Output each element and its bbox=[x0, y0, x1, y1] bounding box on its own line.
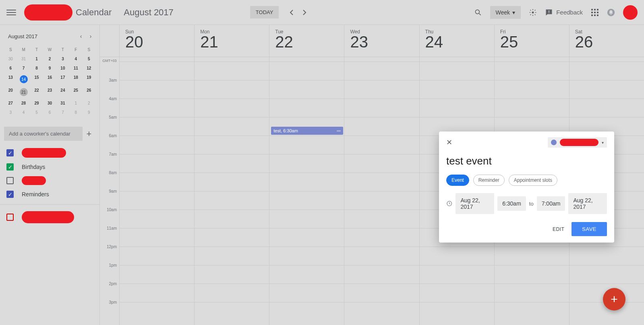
mini-day[interactable]: 10 bbox=[56, 64, 69, 73]
mini-day[interactable]: 17 bbox=[56, 73, 69, 86]
edit-button[interactable]: EDIT bbox=[553, 226, 564, 232]
mini-day[interactable]: 3 bbox=[4, 108, 17, 117]
mini-day[interactable]: 4 bbox=[17, 108, 30, 117]
mini-day[interactable]: 30 bbox=[4, 54, 17, 64]
today-button[interactable]: TODAY bbox=[250, 6, 279, 19]
day-number: 24 bbox=[425, 33, 494, 51]
calendar-name-redacted bbox=[22, 211, 74, 223]
mini-day[interactable]: 12 bbox=[83, 64, 95, 73]
drag-handle-icon[interactable] bbox=[337, 130, 341, 132]
day-column[interactable] bbox=[119, 57, 194, 325]
close-icon[interactable]: ✕ bbox=[446, 138, 456, 147]
mini-prev-button[interactable]: ‹ bbox=[76, 31, 86, 41]
day-header[interactable]: Thu24 bbox=[419, 25, 494, 57]
mini-day[interactable]: 15 bbox=[30, 73, 43, 86]
calendar-list-item[interactable]: ✓ Birthdays bbox=[4, 163, 95, 171]
mini-day[interactable]: 29 bbox=[30, 99, 43, 108]
chip-reminder[interactable]: Reminder bbox=[473, 175, 505, 186]
checkbox-icon[interactable] bbox=[6, 214, 14, 221]
next-week-button[interactable] bbox=[298, 6, 311, 19]
apps-icon[interactable] bbox=[587, 4, 603, 21]
mini-day[interactable]: 7 bbox=[17, 64, 30, 73]
mini-day[interactable]: 2 bbox=[43, 54, 56, 64]
checkbox-icon[interactable]: ✓ bbox=[6, 163, 14, 171]
mini-day[interactable]: 24 bbox=[56, 86, 69, 99]
start-date-field[interactable]: Aug 22, 2017 bbox=[456, 193, 494, 214]
day-header[interactable]: Sat26 bbox=[569, 25, 644, 57]
settings-icon[interactable] bbox=[525, 4, 541, 21]
mini-day[interactable]: 8 bbox=[69, 108, 82, 117]
mini-day[interactable]: 7 bbox=[56, 108, 69, 117]
calendar-list-item[interactable]: ✓ Reminders bbox=[4, 191, 95, 198]
chip-appointment-slots[interactable]: Appointment slots bbox=[509, 175, 557, 186]
mini-day[interactable]: 16 bbox=[43, 73, 56, 86]
mini-day[interactable]: 19 bbox=[83, 73, 95, 86]
save-button[interactable]: SAVE bbox=[572, 222, 607, 236]
clock-icon bbox=[446, 200, 452, 207]
mini-day[interactable]: 13 bbox=[4, 73, 17, 86]
start-time-field[interactable]: 6:30am bbox=[497, 196, 526, 211]
mini-day[interactable]: 6 bbox=[43, 108, 56, 117]
event-title-input[interactable] bbox=[446, 154, 607, 170]
calendar-list-item[interactable] bbox=[4, 211, 95, 223]
create-event-fab[interactable]: + bbox=[603, 288, 625, 311]
mini-day[interactable]: 5 bbox=[30, 108, 43, 117]
calendar-list-item[interactable] bbox=[4, 176, 95, 185]
day-header[interactable]: Mon21 bbox=[194, 25, 269, 57]
day-column[interactable] bbox=[194, 57, 269, 325]
mini-day[interactable]: 3 bbox=[56, 54, 69, 64]
checkbox-icon[interactable]: ✓ bbox=[6, 191, 14, 198]
mini-day[interactable]: 27 bbox=[4, 99, 17, 108]
feedback-button[interactable]: Feedback bbox=[545, 8, 583, 16]
day-header[interactable]: Sun20 bbox=[119, 25, 194, 57]
calendar-main: Sun20Mon21Tue22Wed23Thu24Fri25Sat26 GMT+… bbox=[100, 25, 644, 325]
mini-day[interactable]: 1 bbox=[30, 54, 43, 64]
mini-day[interactable]: 5 bbox=[83, 54, 95, 64]
end-time-field[interactable]: 7:00am bbox=[537, 196, 565, 211]
mini-day[interactable]: 9 bbox=[43, 64, 56, 73]
mini-day[interactable]: 25 bbox=[69, 86, 82, 99]
mini-day[interactable]: 1 bbox=[69, 99, 82, 108]
mini-day[interactable]: 8 bbox=[30, 64, 43, 73]
mini-next-button[interactable]: › bbox=[86, 31, 95, 41]
view-selector[interactable]: Week▾ bbox=[490, 6, 521, 19]
mini-day[interactable]: 31 bbox=[56, 99, 69, 108]
mini-day[interactable]: 23 bbox=[43, 86, 56, 99]
account-avatar[interactable] bbox=[623, 5, 638, 20]
mini-day[interactable]: 9 bbox=[83, 108, 95, 117]
mini-dow: S bbox=[4, 45, 17, 54]
checkbox-icon[interactable]: ✓ bbox=[6, 149, 14, 156]
mini-day[interactable]: 6 bbox=[4, 64, 17, 73]
menu-icon[interactable] bbox=[6, 8, 16, 17]
mini-day[interactable]: 20 bbox=[4, 86, 17, 99]
mini-day[interactable]: 28 bbox=[17, 99, 30, 108]
day-column[interactable]: test, 6:30am bbox=[269, 57, 344, 325]
calendar-picker[interactable]: ▾ bbox=[548, 137, 607, 148]
day-column[interactable] bbox=[344, 57, 419, 325]
prev-week-button[interactable] bbox=[285, 6, 298, 19]
day-header[interactable]: Fri25 bbox=[494, 25, 569, 57]
mini-day[interactable]: 14 bbox=[17, 73, 30, 86]
mini-day[interactable]: 21 bbox=[17, 86, 30, 99]
day-header[interactable]: Tue22 bbox=[269, 25, 344, 57]
mini-day[interactable]: 26 bbox=[83, 86, 95, 99]
mini-day[interactable]: 18 bbox=[69, 73, 82, 86]
end-date-field[interactable]: Aug 22, 2017 bbox=[568, 193, 607, 214]
day-header[interactable]: Wed23 bbox=[344, 25, 419, 57]
add-coworker-input[interactable] bbox=[4, 127, 83, 141]
mini-day[interactable]: 4 bbox=[69, 54, 82, 64]
hour-label: 3am bbox=[100, 78, 119, 97]
search-icon[interactable] bbox=[470, 4, 486, 21]
mini-day[interactable]: 2 bbox=[83, 99, 95, 108]
mini-day[interactable]: 31 bbox=[17, 54, 30, 64]
add-coworker-button[interactable]: + bbox=[83, 129, 95, 139]
mini-dow: T bbox=[56, 45, 69, 54]
mini-day[interactable]: 30 bbox=[43, 99, 56, 108]
chip-event[interactable]: Event bbox=[446, 175, 469, 186]
checkbox-icon[interactable] bbox=[6, 177, 14, 184]
notifications-icon[interactable] bbox=[603, 4, 619, 21]
calendar-list-item[interactable]: ✓ bbox=[4, 148, 95, 158]
event-chip[interactable]: test, 6:30am bbox=[271, 127, 343, 135]
mini-day[interactable]: 22 bbox=[30, 86, 43, 99]
mini-day[interactable]: 11 bbox=[69, 64, 82, 73]
